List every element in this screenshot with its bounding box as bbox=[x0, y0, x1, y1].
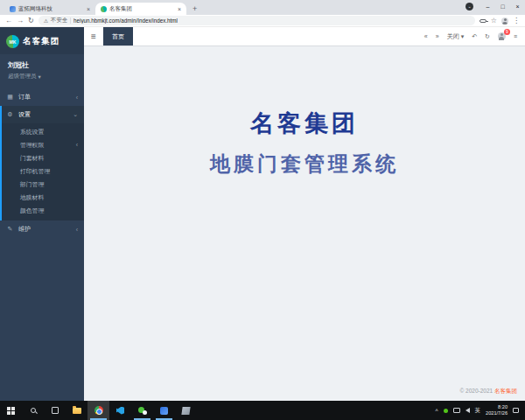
scroll-tabs-left-icon[interactable]: « bbox=[424, 33, 428, 39]
settings-submenu: 系统设置 管理权限 ‹ 门套材料 打印机管理 部门管 bbox=[2, 123, 84, 220]
brand-block[interactable]: MK 名客集团 bbox=[0, 27, 84, 54]
user-name: 刘冠社 bbox=[8, 60, 76, 70]
user-block: 刘冠社 超级管理员 ▾ bbox=[0, 54, 84, 88]
maintenance-label: 维护 bbox=[18, 225, 72, 234]
chrome-taskbar-button[interactable] bbox=[88, 401, 109, 420]
sidebar-item-system-settings[interactable]: 系统设置 bbox=[2, 125, 84, 138]
page-title: 名客集团 bbox=[84, 46, 525, 139]
page-viewport: MK 名客集团 刘冠社 超级管理员 ▾ ▦ 订单 ‹ ⚙ bbox=[0, 27, 525, 401]
tab1-title: 蓝拓网络科技 bbox=[18, 5, 84, 13]
back-arrow-icon[interactable]: ↶ bbox=[472, 33, 477, 40]
sidebar-nav: ▦ 订单 ‹ ⚙ 设置 ⌄ 系统设置 管理权限 bbox=[0, 88, 84, 401]
design-app-taskbar-button[interactable] bbox=[153, 401, 175, 420]
new-tab-button[interactable]: + bbox=[192, 4, 197, 13]
submenu-label: 部门管理 bbox=[20, 180, 78, 189]
company-link[interactable]: 名客集团 bbox=[494, 388, 517, 394]
browser-menu-icon[interactable]: ⋮ bbox=[513, 17, 520, 24]
ime-indicator[interactable]: 英 bbox=[475, 407, 481, 415]
maximize-button[interactable]: □ bbox=[495, 1, 510, 12]
forward-button[interactable]: → bbox=[17, 18, 24, 24]
home-content: 名客集团 地膜门套管理系统 © 2020-2021 名客集团 bbox=[84, 46, 525, 401]
sidebar-item-permissions[interactable]: 管理权限 ‹ bbox=[2, 138, 84, 151]
password-key-icon[interactable] bbox=[480, 19, 486, 23]
sidebar-item-film-materials[interactable]: 地膜材料 bbox=[2, 191, 84, 204]
chrome-icon bbox=[94, 406, 103, 415]
browser-tab-1[interactable]: 蓝拓网络科技 × bbox=[4, 3, 95, 15]
brand-name: 名客集团 bbox=[23, 36, 60, 47]
caret-down-icon: ▾ bbox=[461, 33, 465, 40]
clock-time: 8:20 bbox=[498, 404, 508, 410]
browser-profile-icon[interactable] bbox=[501, 18, 508, 24]
windows-logo-icon bbox=[7, 407, 15, 415]
orders-grid-icon: ▦ bbox=[6, 94, 14, 101]
url-text[interactable]: heiyun.hbmkjt.com/admin/Index/index.html bbox=[74, 18, 178, 24]
security-label[interactable]: 不安全 bbox=[51, 17, 67, 24]
submenu-label: 地膜材料 bbox=[20, 193, 78, 202]
browser-toolbar: ← → ↻ ⚠ 不安全 heiyun.hbmkjt.com/admin/Inde… bbox=[0, 15, 525, 27]
browser-window: 蓝拓网络科技 × 名客集团 × + ⌄ – □ × ← → ↻ ⚠ 不安全 he… bbox=[0, 0, 525, 401]
tab-home[interactable]: 首页 bbox=[103, 27, 133, 46]
sidebar-item-printer-management[interactable]: 打印机管理 bbox=[2, 164, 84, 178]
file-explorer-button[interactable] bbox=[66, 401, 88, 420]
sidebar-item-orders[interactable]: ▦ 订单 ‹ bbox=[0, 88, 84, 106]
system-tray: ^ 英 8:20 2021/7/26 bbox=[436, 404, 525, 416]
show-hidden-icons[interactable]: ^ bbox=[436, 408, 438, 414]
settings-gear-icon: ⚙ bbox=[6, 111, 14, 118]
misc-app-icon bbox=[181, 407, 190, 415]
taskbar-clock[interactable]: 8:20 2021/7/26 bbox=[486, 404, 508, 416]
task-view-button[interactable] bbox=[44, 401, 66, 420]
collapse-sidebar-icon[interactable]: ≡ bbox=[84, 27, 103, 46]
orders-label: 订单 bbox=[18, 93, 72, 102]
tab1-close-icon[interactable]: × bbox=[87, 6, 90, 12]
wechat-tray-icon[interactable] bbox=[444, 409, 448, 413]
tab1-favicon bbox=[10, 6, 16, 12]
sidebar-item-department-management[interactable]: 部门管理 bbox=[2, 178, 84, 191]
window-controls: ⌄ – □ × bbox=[466, 1, 525, 12]
user-avatar[interactable]: 9 bbox=[498, 32, 506, 40]
refresh-icon[interactable]: ↻ bbox=[485, 33, 490, 40]
close-window-button[interactable]: × bbox=[510, 1, 525, 12]
admin-header: ≡ 首页 « » 关闭 ▾ ↶ ↻ 9 ≡ bbox=[84, 27, 525, 46]
copyright-footer: © 2020-2021 名客集团 bbox=[460, 388, 518, 396]
wechat-taskbar-button[interactable] bbox=[131, 401, 153, 420]
back-button[interactable]: ← bbox=[5, 18, 12, 24]
browser-tab-2-active[interactable]: 名客集团 × bbox=[95, 3, 186, 15]
vscode-taskbar-button[interactable] bbox=[109, 401, 131, 420]
address-bar[interactable]: ⚠ 不安全 heiyun.hbmkjt.com/admin/Index/inde… bbox=[38, 16, 475, 25]
reload-button[interactable]: ↻ bbox=[28, 18, 34, 24]
tab-search-button[interactable]: ⌄ bbox=[466, 3, 473, 10]
close-tabs-label: 关闭 bbox=[447, 32, 459, 41]
not-secure-warning-icon: ⚠ bbox=[44, 18, 48, 24]
tab2-title: 名客集团 bbox=[109, 5, 175, 13]
submenu-label: 颜色管理 bbox=[20, 206, 78, 215]
taskbar-search-button[interactable] bbox=[22, 401, 44, 420]
notification-badge: 9 bbox=[504, 29, 510, 35]
sidebar-item-settings[interactable]: ⚙ 设置 ⌄ bbox=[2, 106, 84, 123]
user-role-dropdown[interactable]: 超级管理员 ▾ bbox=[8, 73, 76, 80]
brand-logo-icon: MK bbox=[6, 35, 19, 48]
page-subtitle: 地膜门套管理系统 bbox=[84, 150, 525, 178]
start-button[interactable] bbox=[0, 401, 22, 420]
chevron-left-icon: ‹ bbox=[76, 227, 78, 233]
action-center-icon[interactable] bbox=[513, 408, 519, 413]
more-menu-icon[interactable]: ≡ bbox=[514, 33, 517, 39]
admin-sidebar: MK 名客集团 刘冠社 超级管理员 ▾ ▦ 订单 ‹ ⚙ bbox=[0, 27, 84, 401]
scroll-tabs-right-icon[interactable]: » bbox=[436, 33, 439, 39]
tab2-close-icon[interactable]: × bbox=[178, 6, 181, 12]
network-icon[interactable] bbox=[453, 408, 460, 413]
copyright-text: © 2020-2021 bbox=[460, 388, 494, 394]
bookmark-star-icon[interactable]: ☆ bbox=[491, 17, 497, 24]
volume-icon[interactable] bbox=[466, 408, 470, 413]
minimize-button[interactable]: – bbox=[480, 1, 495, 12]
sidebar-item-maintenance[interactable]: ✎ 维护 ‹ bbox=[0, 220, 84, 238]
misc-app-taskbar-button[interactable] bbox=[175, 401, 197, 420]
chevron-left-icon: ‹ bbox=[76, 94, 78, 101]
sidebar-item-color-management[interactable]: 颜色管理 bbox=[2, 204, 84, 217]
omnibox-divider bbox=[70, 18, 71, 24]
sidebar-item-door-materials[interactable]: 门套材料 bbox=[2, 151, 84, 164]
chevron-down-icon: ⌄ bbox=[73, 111, 78, 118]
browser-tab-strip: 蓝拓网络科技 × 名客集团 × + ⌄ – □ × bbox=[0, 0, 525, 15]
submenu-label: 打印机管理 bbox=[20, 167, 78, 176]
close-tabs-dropdown[interactable]: 关闭 ▾ bbox=[447, 32, 465, 41]
submenu-label: 系统设置 bbox=[20, 128, 78, 136]
